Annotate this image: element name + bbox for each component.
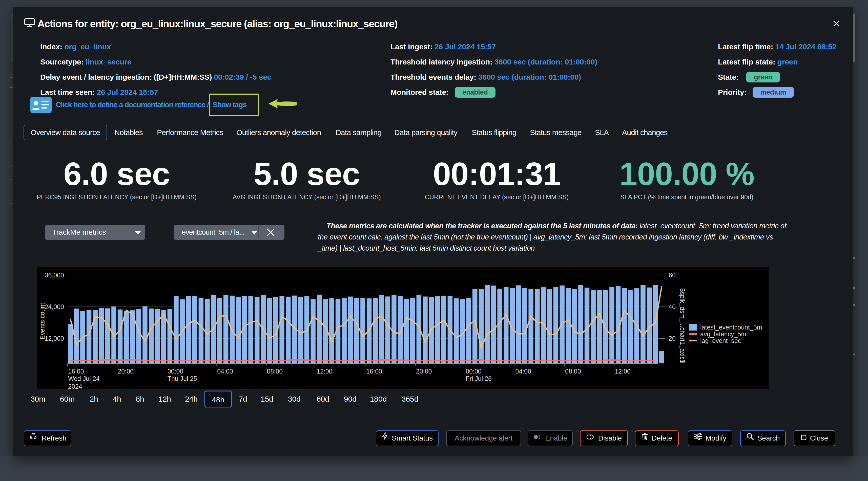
svg-text:latest_eventcount_5m: latest_eventcount_5m: [700, 324, 762, 331]
svg-text:60: 60: [669, 271, 676, 279]
svg-text:00:00: 00:00: [167, 368, 183, 375]
svg-text:36,000: 36,000: [45, 271, 64, 279]
svg-text:12:00: 12:00: [317, 368, 333, 375]
svg-text:avg_latency_5m: avg_latency_5m: [700, 330, 746, 338]
svg-text:24,000: 24,000: [45, 303, 64, 310]
svg-text:04:00: 04:00: [516, 368, 531, 375]
svg-text:2024: 2024: [68, 383, 82, 389]
svg-text:40: 40: [669, 303, 676, 310]
svg-text:20:00: 20:00: [416, 368, 432, 375]
svg-text:20:00: 20:00: [118, 368, 134, 375]
svg-text:Thu Jul 25: Thu Jul 25: [167, 375, 197, 382]
svg-text:16:00: 16:00: [68, 368, 84, 375]
svg-text:Wed Jul 24: Wed Jul 24: [68, 375, 100, 382]
svg-text:lag_event_sec: lag_event_sec: [700, 337, 741, 344]
svg-text:08:00: 08:00: [565, 368, 581, 375]
svg-text:Events count: Events count: [39, 303, 46, 340]
svg-text:20: 20: [669, 335, 676, 342]
svg-text:00:00: 00:00: [466, 368, 482, 375]
svg-text:08:00: 08:00: [267, 368, 283, 375]
svg-text:$splk_dsm_...chart1_axis$: $splk_dsm_...chart1_axis$: [679, 288, 686, 363]
svg-text:Fri Jul 26: Fri Jul 26: [466, 375, 492, 382]
svg-text:04:00: 04:00: [217, 368, 233, 375]
svg-text:12,000: 12,000: [45, 335, 64, 342]
svg-text:16:00: 16:00: [366, 368, 382, 375]
svg-text:12:00: 12:00: [615, 368, 631, 375]
